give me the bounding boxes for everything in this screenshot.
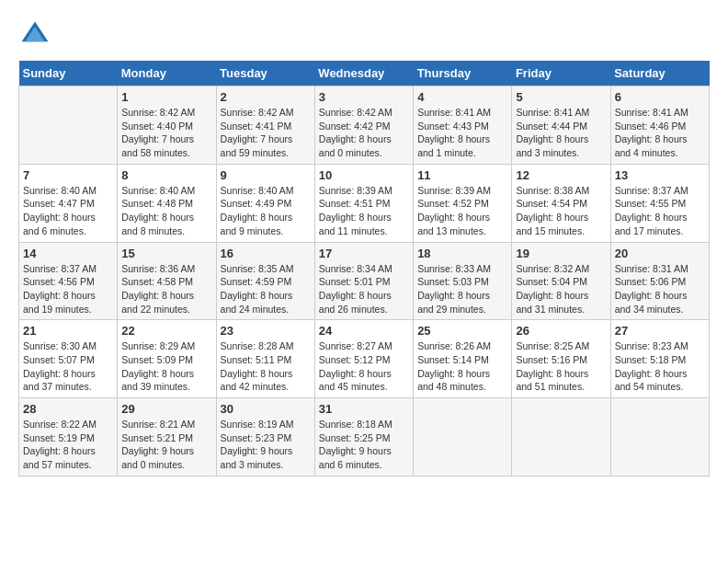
day-detail: Sunrise: 8:19 AM Sunset: 5:23 PM Dayligh… [221, 418, 311, 472]
day-number: 13 [615, 168, 705, 182]
day-detail: Sunrise: 8:22 AM Sunset: 5:19 PM Dayligh… [23, 418, 113, 472]
day-number: 2 [221, 90, 311, 104]
day-detail: Sunrise: 8:40 AM Sunset: 4:47 PM Dayligh… [23, 184, 113, 238]
column-header-tuesday: Tuesday [216, 61, 314, 86]
day-detail: Sunrise: 8:28 AM Sunset: 5:11 PM Dayligh… [221, 339, 311, 394]
day-number: 4 [417, 90, 507, 104]
day-number: 19 [516, 247, 606, 260]
calendar-cell: 25Sunrise: 8:26 AM Sunset: 5:14 PM Dayli… [414, 320, 512, 398]
calendar-cell: 8Sunrise: 8:40 AM Sunset: 4:48 PM Daylig… [118, 164, 216, 242]
day-detail: Sunrise: 8:31 AM Sunset: 5:06 PM Dayligh… [615, 262, 705, 316]
calendar-cell: 5Sunrise: 8:41 AM Sunset: 4:44 PM Daylig… [512, 86, 610, 165]
page-header [18, 18, 710, 52]
day-number: 26 [516, 324, 606, 338]
calendar-cell: 17Sunrise: 8:34 AM Sunset: 5:01 PM Dayli… [314, 242, 413, 320]
day-detail: Sunrise: 8:41 AM Sunset: 4:44 PM Dayligh… [516, 106, 606, 160]
day-number: 14 [23, 247, 113, 260]
calendar-cell: 29Sunrise: 8:21 AM Sunset: 5:21 PM Dayli… [118, 398, 216, 477]
calendar-cell: 30Sunrise: 8:19 AM Sunset: 5:23 PM Dayli… [216, 398, 314, 477]
day-number: 21 [23, 324, 113, 338]
calendar-cell: 20Sunrise: 8:31 AM Sunset: 5:06 PM Dayli… [610, 242, 709, 320]
calendar-cell: 4Sunrise: 8:41 AM Sunset: 4:43 PM Daylig… [414, 86, 512, 165]
day-detail: Sunrise: 8:40 AM Sunset: 4:48 PM Dayligh… [121, 184, 211, 238]
day-detail: Sunrise: 8:27 AM Sunset: 5:12 PM Dayligh… [319, 339, 409, 394]
day-number: 24 [319, 324, 409, 338]
day-number: 29 [121, 402, 211, 416]
calendar-cell: 9Sunrise: 8:40 AM Sunset: 4:49 PM Daylig… [216, 164, 314, 242]
day-number: 1 [121, 90, 211, 104]
day-detail: Sunrise: 8:42 AM Sunset: 4:40 PM Dayligh… [121, 106, 211, 160]
day-detail: Sunrise: 8:25 AM Sunset: 5:16 PM Dayligh… [516, 339, 606, 394]
day-number: 20 [615, 247, 705, 260]
calendar-cell [610, 398, 709, 477]
day-detail: Sunrise: 8:39 AM Sunset: 4:52 PM Dayligh… [417, 184, 507, 238]
calendar-cell: 19Sunrise: 8:32 AM Sunset: 5:04 PM Dayli… [512, 242, 610, 320]
calendar-cell: 7Sunrise: 8:40 AM Sunset: 4:47 PM Daylig… [19, 164, 118, 242]
day-number: 30 [221, 402, 311, 416]
day-number: 7 [23, 168, 113, 182]
column-header-sunday: Sunday [19, 61, 118, 86]
day-number: 23 [221, 324, 311, 338]
logo [18, 18, 55, 52]
day-detail: Sunrise: 8:18 AM Sunset: 5:25 PM Dayligh… [319, 418, 409, 472]
calendar-cell: 10Sunrise: 8:39 AM Sunset: 4:51 PM Dayli… [314, 164, 413, 242]
calendar-cell: 6Sunrise: 8:41 AM Sunset: 4:46 PM Daylig… [610, 86, 709, 165]
day-detail: Sunrise: 8:41 AM Sunset: 4:43 PM Dayligh… [417, 106, 507, 160]
day-detail: Sunrise: 8:42 AM Sunset: 4:41 PM Dayligh… [221, 106, 311, 160]
day-detail: Sunrise: 8:23 AM Sunset: 5:18 PM Dayligh… [615, 339, 705, 394]
calendar-cell [512, 398, 610, 477]
day-number: 10 [319, 168, 409, 182]
calendar-week-row: 14Sunrise: 8:37 AM Sunset: 4:56 PM Dayli… [19, 242, 710, 320]
calendar-cell: 11Sunrise: 8:39 AM Sunset: 4:52 PM Dayli… [414, 164, 512, 242]
day-detail: Sunrise: 8:38 AM Sunset: 4:54 PM Dayligh… [516, 184, 606, 238]
calendar-cell [414, 398, 512, 477]
calendar-cell: 15Sunrise: 8:36 AM Sunset: 4:58 PM Dayli… [118, 242, 216, 320]
calendar-table: SundayMondayTuesdayWednesdayThursdayFrid… [18, 61, 710, 477]
day-number: 8 [121, 168, 211, 182]
column-header-monday: Monday [118, 61, 216, 86]
calendar-cell: 26Sunrise: 8:25 AM Sunset: 5:16 PM Dayli… [512, 320, 610, 398]
day-number: 28 [23, 402, 113, 416]
day-number: 17 [319, 247, 409, 260]
day-detail: Sunrise: 8:39 AM Sunset: 4:51 PM Dayligh… [319, 184, 409, 238]
day-detail: Sunrise: 8:32 AM Sunset: 5:04 PM Dayligh… [516, 262, 606, 316]
logo-icon [18, 18, 51, 52]
day-detail: Sunrise: 8:35 AM Sunset: 4:59 PM Dayligh… [221, 262, 311, 316]
calendar-cell: 3Sunrise: 8:42 AM Sunset: 4:42 PM Daylig… [314, 86, 413, 165]
calendar-cell: 31Sunrise: 8:18 AM Sunset: 5:25 PM Dayli… [314, 398, 413, 477]
day-detail: Sunrise: 8:29 AM Sunset: 5:09 PM Dayligh… [121, 339, 211, 394]
calendar-header-row: SundayMondayTuesdayWednesdayThursdayFrid… [19, 61, 710, 86]
calendar-cell: 16Sunrise: 8:35 AM Sunset: 4:59 PM Dayli… [216, 242, 314, 320]
day-number: 27 [615, 324, 705, 338]
column-header-saturday: Saturday [610, 61, 709, 86]
day-number: 3 [319, 90, 409, 104]
day-detail: Sunrise: 8:37 AM Sunset: 4:56 PM Dayligh… [23, 262, 113, 316]
day-number: 6 [615, 90, 705, 104]
day-detail: Sunrise: 8:37 AM Sunset: 4:55 PM Dayligh… [615, 184, 705, 238]
day-number: 16 [221, 247, 311, 260]
calendar-cell: 21Sunrise: 8:30 AM Sunset: 5:07 PM Dayli… [19, 320, 118, 398]
column-header-friday: Friday [512, 61, 610, 86]
calendar-cell: 23Sunrise: 8:28 AM Sunset: 5:11 PM Dayli… [216, 320, 314, 398]
day-detail: Sunrise: 8:42 AM Sunset: 4:42 PM Dayligh… [319, 106, 409, 160]
day-number: 12 [516, 168, 606, 182]
day-detail: Sunrise: 8:36 AM Sunset: 4:58 PM Dayligh… [121, 262, 211, 316]
day-detail: Sunrise: 8:40 AM Sunset: 4:49 PM Dayligh… [221, 184, 311, 238]
day-number: 25 [417, 324, 507, 338]
day-detail: Sunrise: 8:21 AM Sunset: 5:21 PM Dayligh… [121, 418, 211, 472]
day-number: 15 [121, 247, 211, 260]
calendar-cell: 28Sunrise: 8:22 AM Sunset: 5:19 PM Dayli… [19, 398, 118, 477]
calendar-week-row: 7Sunrise: 8:40 AM Sunset: 4:47 PM Daylig… [19, 164, 710, 242]
day-detail: Sunrise: 8:26 AM Sunset: 5:14 PM Dayligh… [417, 339, 507, 394]
day-detail: Sunrise: 8:30 AM Sunset: 5:07 PM Dayligh… [23, 339, 113, 394]
calendar-cell: 24Sunrise: 8:27 AM Sunset: 5:12 PM Dayli… [314, 320, 413, 398]
day-detail: Sunrise: 8:41 AM Sunset: 4:46 PM Dayligh… [615, 106, 705, 160]
calendar-week-row: 1Sunrise: 8:42 AM Sunset: 4:40 PM Daylig… [19, 86, 710, 165]
calendar-cell: 13Sunrise: 8:37 AM Sunset: 4:55 PM Dayli… [610, 164, 709, 242]
day-number: 31 [319, 402, 409, 416]
calendar-cell: 18Sunrise: 8:33 AM Sunset: 5:03 PM Dayli… [414, 242, 512, 320]
calendar-cell: 22Sunrise: 8:29 AM Sunset: 5:09 PM Dayli… [118, 320, 216, 398]
day-detail: Sunrise: 8:33 AM Sunset: 5:03 PM Dayligh… [417, 262, 507, 316]
day-number: 22 [121, 324, 211, 338]
column-header-thursday: Thursday [414, 61, 512, 86]
